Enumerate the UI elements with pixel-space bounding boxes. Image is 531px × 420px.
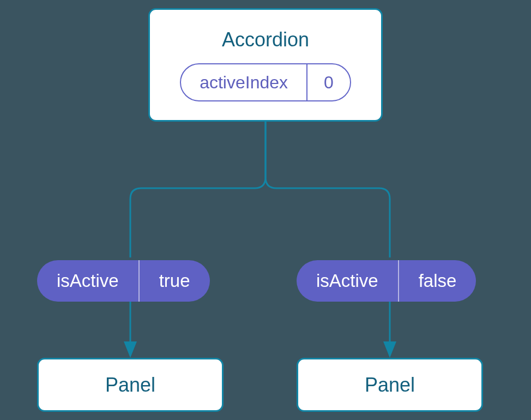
panel-label: Panel [105,374,155,397]
prop-label: isActive [37,260,140,302]
prop-value: true [140,260,210,302]
state-pill: activeIndex 0 [180,63,351,101]
panel-node-right: Panel [297,358,483,412]
prop-pill-left: isActive true [37,260,210,302]
panel-node-left: Panel [37,358,224,412]
state-value: 0 [307,64,350,100]
state-label: activeIndex [181,64,307,100]
prop-pill-right: isActive false [297,260,476,302]
panel-label: Panel [365,374,415,397]
accordion-title: Accordion [222,28,309,51]
prop-value: false [399,260,476,302]
accordion-node: Accordion activeIndex 0 [148,8,383,122]
prop-label: isActive [297,260,399,302]
